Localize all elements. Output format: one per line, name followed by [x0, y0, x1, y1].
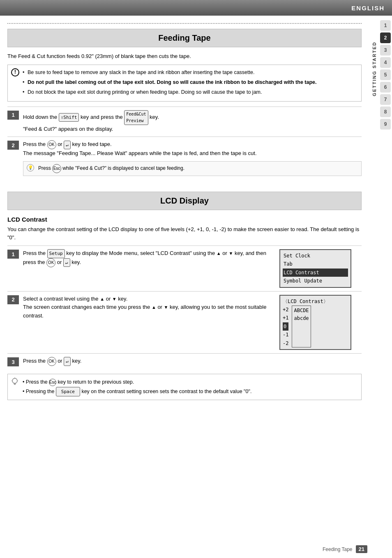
lcd-contrast-screen: 〈LCD Contrast〉 +2 +1 0 -1 -2 ABCDE — [279, 295, 351, 350]
feeding-tape-intro: The Feed & Cut function feeds 0.92" (23m… — [7, 52, 362, 60]
contrast-body: +2 +1 0 -1 -2 ABCDE abcde — [283, 306, 328, 347]
chapter-5: 5 — [380, 69, 391, 80]
lcd-step-1-content: Press the Setup key to display the Mode … — [23, 249, 275, 267]
contrast-level-list: +2 +1 0 -1 -2 — [283, 306, 288, 347]
warning-item-3: Do not block the tape exit slot during p… — [23, 88, 357, 96]
bottom-note-1: • Press the Esc key to return to the pre… — [23, 377, 357, 387]
chapter-1: 1 — [380, 20, 391, 31]
setup-key: Setup — [47, 249, 65, 258]
shift-key: ⇧Shift — [59, 113, 79, 122]
lcd-step-1-left: 1 Press the Setup key to display the Mod… — [7, 249, 275, 267]
lcd-title: LCD Display — [8, 196, 361, 206]
esc-key-2: Esc — [49, 379, 56, 386]
lcd-step-1-row: 1 Press the Setup key to display the Mod… — [7, 245, 362, 291]
feeding-tape-title: Feeding Tape — [8, 33, 361, 43]
step-2-content: Press the OK or ↵ key to feed tape. The … — [23, 140, 362, 178]
menu-item-symbol-update: Symbol Update — [283, 277, 348, 285]
lcd-step-3-content: Press the OK or ↵ key. — [23, 357, 362, 366]
menu-item-tab: Tab — [283, 260, 348, 268]
arrow-down-icon-1 — [228, 250, 233, 256]
menu-item-set-clock: Set Clock — [283, 252, 348, 260]
chapter-6: 6 — [380, 82, 391, 93]
getting-started-label: GETTING STARTED — [370, 16, 379, 123]
warning-icon: ! — [11, 68, 19, 76]
level-minus2: -2 — [283, 339, 288, 347]
bottom-note-list: • Press the Esc key to return to the pre… — [23, 377, 357, 396]
lcd-title-box: LCD Display — [7, 192, 362, 210]
feeding-tape-warning-box: ! Be sure to feed tape to remove any sla… — [7, 65, 362, 102]
chapter-7: 7 — [380, 94, 391, 105]
step-2-row: 2 Press the OK or ↵ key to feed tape. Th… — [7, 137, 362, 182]
lcd-step-3-number: 3 — [7, 357, 19, 366]
arrow-up-icon-3 — [152, 304, 156, 310]
enter-key-3: ↵ — [64, 357, 71, 366]
level-plus1: +1 — [283, 314, 288, 322]
lcd-step-3-row: 3 Press the OK or ↵ key. — [7, 353, 362, 370]
tip-icon-1: 💡 — [27, 164, 34, 171]
lcd-step-2-content: Select a contrast level using the or key… — [23, 295, 275, 320]
level-zero: 0 — [283, 322, 288, 331]
lcd-step-2-number: 2 — [7, 295, 19, 304]
top-bar: ENGLISH — [0, 0, 392, 16]
lcd-step-2-row: 2 Select a contrast level using the or k… — [7, 291, 362, 353]
warning-list: Be sure to feed tape to remove any slack… — [23, 68, 357, 96]
bulb-icon — [11, 377, 18, 390]
step-1-number: 1 — [7, 111, 19, 120]
preview-text-lower: abcde — [294, 315, 309, 322]
step-1-row: 1 Hold down the ⇧Shift key and press the… — [7, 107, 362, 137]
chapter-3: 3 — [380, 45, 391, 56]
lcd-step-2-left: 2 Select a contrast level using the or k… — [7, 295, 275, 320]
main-content: Feeding Tape The Feed & Cut function fee… — [0, 16, 369, 408]
lcd-contrast-screen-container: 〈LCD Contrast〉 +2 +1 0 -1 -2 ABCDE — [279, 295, 362, 350]
warning-item-1: Be sure to feed tape to remove any slack… — [23, 68, 357, 76]
step-2-number: 2 — [7, 141, 19, 150]
enter-key: ↵ — [64, 141, 71, 150]
chapter-2-active: 2 — [380, 32, 391, 43]
chapter-8: 8 — [380, 107, 391, 117]
lcd-menu-screen-container: Set Clock Tab LCD Contrast Symbol Update — [279, 249, 362, 288]
contrast-levels: 〈LCD Contrast〉 +2 +1 0 -1 -2 ABCDE — [283, 297, 328, 347]
svg-point-0 — [12, 378, 17, 383]
lcd-step-1-number: 1 — [7, 250, 19, 259]
level-plus2: +2 — [283, 306, 288, 314]
chapter-4: 4 — [380, 57, 391, 68]
arrow-down-icon-3 — [164, 304, 168, 310]
esc-key: Esc — [52, 164, 61, 173]
footer-page-number: 21 — [356, 545, 367, 553]
lcd-section: LCD Display LCD Contrast You can change … — [7, 192, 362, 400]
level-minus1: -1 — [283, 331, 288, 339]
bottom-notes-box: • Press the Esc key to return to the pre… — [7, 374, 362, 400]
feed-cut-key: Feed&CutPreview — [124, 110, 148, 125]
footer: Feeding Tape 21 — [323, 545, 367, 553]
step-1-content: Hold down the ⇧Shift key and press the F… — [23, 110, 362, 134]
lcd-menu-screen: Set Clock Tab LCD Contrast Symbol Update — [279, 249, 351, 288]
space-key: Space — [56, 387, 80, 397]
chapter-9: 9 — [380, 119, 391, 130]
language-label: ENGLISH — [351, 5, 385, 12]
warning-item-2: Do not pull the label coming out of the … — [23, 78, 357, 86]
contrast-header-label: 〈LCD Contrast〉 — [283, 297, 328, 306]
top-separator — [7, 23, 362, 24]
ok-key-2: OK — [46, 258, 55, 267]
footer-page-label: Feeding Tape — [323, 546, 353, 552]
menu-item-lcd-contrast: LCD Contrast — [283, 269, 348, 277]
feeding-tape-title-box: Feeding Tape — [7, 29, 362, 47]
arrow-down-icon-2 — [112, 296, 117, 302]
tip-box-1: 💡 Press Esc while "Feed & Cut?" is displ… — [23, 161, 362, 176]
enter-key-2: ↵ — [63, 258, 70, 267]
lcd-contrast-intro: You can change the contrast setting of t… — [7, 225, 362, 241]
ok-key-circle: OK — [47, 140, 56, 149]
lcd-contrast-heading: LCD Contrast — [7, 216, 362, 223]
right-sidebar: 1 2 3 4 5 6 7 8 9 — [379, 16, 392, 558]
contrast-preview: ABCDE abcde — [292, 306, 311, 347]
arrow-up-icon-2 — [100, 296, 104, 302]
preview-text-upper: ABCDE — [294, 307, 309, 315]
ok-key-3: OK — [47, 357, 56, 366]
arrow-up-icon-1 — [217, 250, 221, 256]
bottom-note-2: • Pressing the Space key on the contrast… — [23, 387, 357, 397]
